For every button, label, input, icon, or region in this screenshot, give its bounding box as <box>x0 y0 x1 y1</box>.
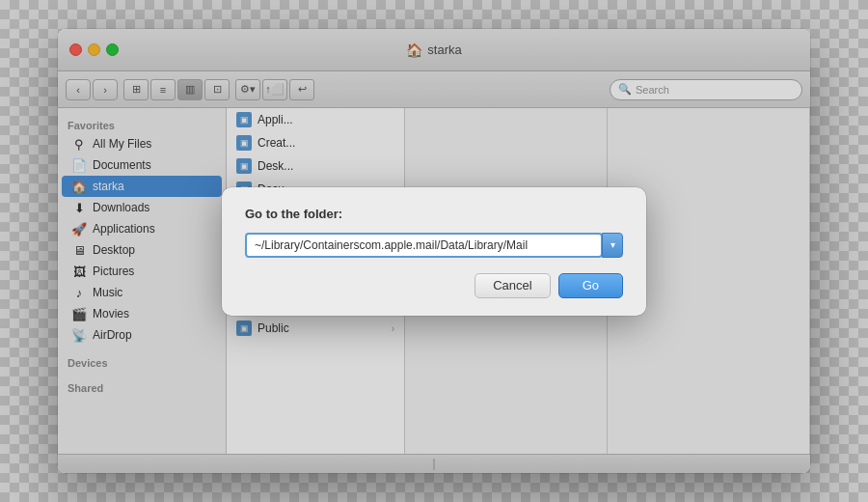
dialog-title: Go to the folder: <box>245 207 623 221</box>
folder-path-input[interactable] <box>245 233 603 258</box>
dialog-overlay: Go to the folder: ▾ Cancel Go <box>58 29 810 473</box>
goto-folder-dialog: Go to the folder: ▾ Cancel Go <box>222 187 646 316</box>
go-button[interactable]: Go <box>558 273 623 298</box>
cancel-button[interactable]: Cancel <box>475 273 550 298</box>
finder-window: 🏠 starka ‹ › ⊞ ≡ ▥ ⊡ ⚙▾ ↑⬜ ↩ 🔍 Search F <box>58 29 810 473</box>
dialog-buttons: Cancel Go <box>245 273 623 298</box>
path-dropdown-button[interactable]: ▾ <box>602 233 623 258</box>
dialog-input-row: ▾ <box>245 233 623 258</box>
